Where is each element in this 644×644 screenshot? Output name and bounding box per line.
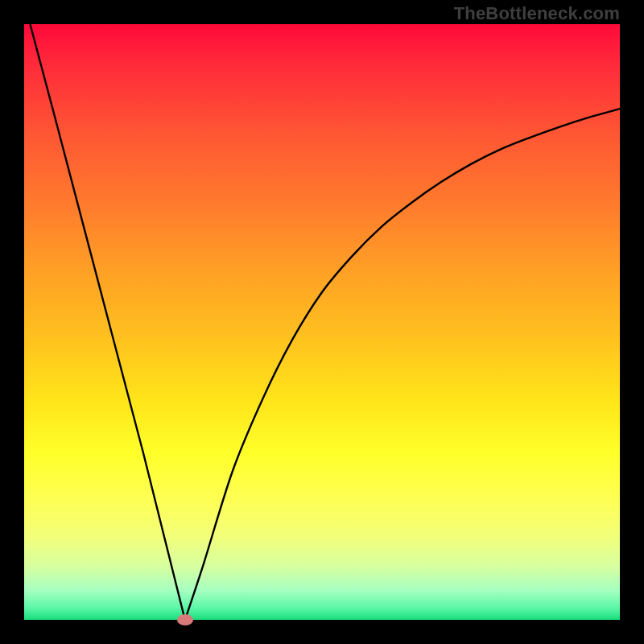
bottleneck-curve [24,24,620,620]
watermark-text: TheBottleneck.com [454,3,620,24]
minimum-marker [177,614,193,625]
chart-frame: TheBottleneck.com [0,0,644,644]
plot-area [24,24,620,620]
